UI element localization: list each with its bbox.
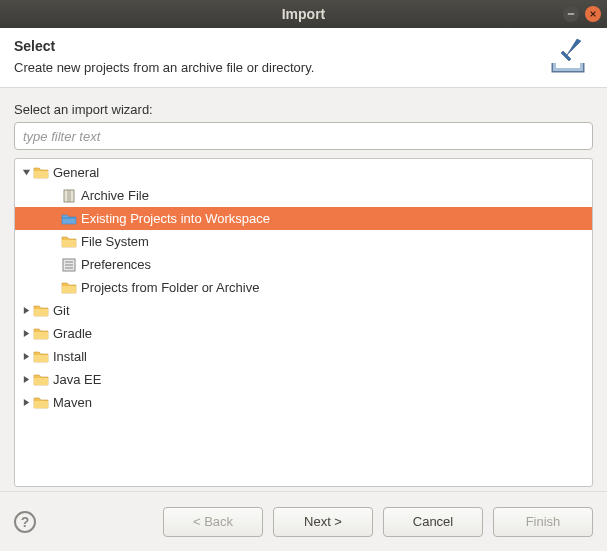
dialog-header: Select Create new projects from an archi… [0, 28, 607, 88]
folder-icon [33, 372, 49, 388]
chevron-right-icon[interactable] [21, 398, 31, 408]
tree-item-label: Existing Projects into Workspace [81, 211, 270, 226]
tree-category-label: Java EE [53, 372, 101, 387]
cancel-button[interactable]: Cancel [383, 507, 483, 537]
tree-item[interactable]: Archive File [15, 184, 592, 207]
chevron-right-icon[interactable] [21, 352, 31, 362]
tree-item[interactable]: File System [15, 230, 592, 253]
tree-item[interactable]: Preferences [15, 253, 592, 276]
tree-category[interactable]: Git [15, 299, 592, 322]
tree-category-label: Git [53, 303, 70, 318]
tree-category-label: Install [53, 349, 87, 364]
folder-icon [33, 349, 49, 365]
prefs-icon [61, 257, 77, 273]
header-subtitle: Create new projects from an archive file… [14, 60, 593, 75]
tree-item-label: File System [81, 234, 149, 249]
tree-category[interactable]: Maven [15, 391, 592, 414]
wizard-label: Select an import wizard: [14, 102, 593, 117]
chevron-right-icon[interactable] [21, 306, 31, 316]
tree-item[interactable]: Existing Projects into Workspace [15, 207, 592, 230]
tree-item-label: Archive File [81, 188, 149, 203]
tree-category[interactable]: Install [15, 345, 592, 368]
filter-input[interactable] [14, 122, 593, 150]
chevron-down-icon[interactable] [21, 168, 31, 178]
back-button[interactable]: < Back [163, 507, 263, 537]
dialog-footer: ? < Back Next > Cancel Finish [0, 491, 607, 551]
folder-icon [61, 280, 77, 296]
svg-rect-0 [64, 190, 74, 202]
folder-icon [33, 303, 49, 319]
dialog-content: Select an import wizard: GeneralArchive … [0, 88, 607, 491]
window-controls [563, 6, 601, 22]
header-title: Select [14, 38, 593, 54]
tree-category-label: Maven [53, 395, 92, 410]
minimize-button[interactable] [563, 6, 579, 22]
folder-icon [33, 395, 49, 411]
finish-button[interactable]: Finish [493, 507, 593, 537]
tree-category[interactable]: Gradle [15, 322, 592, 345]
chevron-right-icon[interactable] [21, 329, 31, 339]
tree-category-label: General [53, 165, 99, 180]
tree-item-label: Preferences [81, 257, 151, 272]
folder-icon [33, 326, 49, 342]
projects-icon [61, 211, 77, 227]
chevron-right-icon[interactable] [21, 375, 31, 385]
tree-item[interactable]: Projects from Folder or Archive [15, 276, 592, 299]
help-button[interactable]: ? [14, 511, 36, 533]
folder-icon [33, 165, 49, 181]
title-bar: Import [0, 0, 607, 28]
next-button[interactable]: Next > [273, 507, 373, 537]
tree-category[interactable]: General [15, 161, 592, 184]
tree-item-label: Projects from Folder or Archive [81, 280, 259, 295]
wizard-tree[interactable]: GeneralArchive FileExisting Projects int… [14, 158, 593, 487]
svg-point-1 [68, 196, 71, 199]
window-title: Import [282, 6, 326, 22]
folder-icon [61, 234, 77, 250]
close-button[interactable] [585, 6, 601, 22]
import-icon [547, 35, 589, 81]
tree-category-label: Gradle [53, 326, 92, 341]
tree-category[interactable]: Java EE [15, 368, 592, 391]
archive-icon [61, 188, 77, 204]
